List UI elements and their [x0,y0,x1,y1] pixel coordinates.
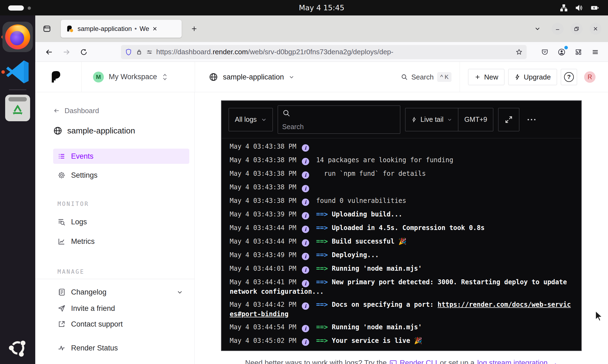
sidebar-item-label: Render Status [71,344,118,352]
log-entry: May 4 03:43:38 PMi14 packages are lookin… [230,156,573,165]
url-bar[interactable]: https://dashboard.render.com/web/srv-d0b… [121,45,527,59]
workspace-name: My Workspace [109,73,157,81]
main-content: All logs Search [195,92,608,364]
sidebar-item-contact[interactable]: Contact support [53,317,189,331]
url-fade [488,48,513,56]
sidebar-service[interactable]: sample-application [53,125,189,137]
tab-close-button[interactable] [150,24,160,34]
sidebar-back-dashboard[interactable]: Dashboard [53,106,189,116]
system-tray[interactable] [560,0,599,15]
globe-icon [209,72,218,82]
lock-icon[interactable] [136,49,143,56]
log-search-input[interactable]: Search [278,106,400,134]
chevron-down-icon [176,289,183,296]
log-search-placeholder: Search [282,123,304,131]
bolt-icon [514,74,520,81]
render-logo[interactable] [49,69,64,85]
log-entry: May 4 03:43:39 PMi==> Uploading build... [230,210,573,219]
system-clock[interactable]: May 4 15:45 [35,0,608,15]
events-list-icon [57,152,66,160]
log-arrow: ==> [316,251,332,259]
dock-trash[interactable] [5,95,30,121]
log-message: Docs on specifying a port: [332,301,437,308]
dock [0,15,35,364]
back-arrow-icon [45,48,53,56]
sidebar-item-settings[interactable]: Settings [53,168,189,183]
timezone-button[interactable]: GMT+9 [458,108,493,131]
live-tail-button[interactable]: Live tail [405,108,458,131]
info-icon: i [302,253,309,260]
workspace-pill[interactable] [8,5,24,11]
search-icon [282,109,290,117]
hamburger-icon [591,48,599,56]
minimize-icon [555,26,560,31]
new-tab-button[interactable] [187,22,201,36]
dock-show-apps[interactable] [6,336,29,359]
menu-button[interactable] [588,45,603,59]
log-arrow: ==> [316,301,332,308]
render-cli-link[interactable]: Render CLI [400,359,437,364]
global-search[interactable]: Search ^ K [401,72,452,82]
pocket-button[interactable] [537,45,552,59]
log-timestamp: May 4 03:43:38 PM [230,143,296,150]
close-window-button[interactable] [590,23,601,35]
expand-logs-button[interactable] [498,108,519,131]
tracking-shield-icon[interactable] [125,48,132,56]
log-entry: May 4 03:45:02 PMi==> Your service is li… [230,336,573,346]
url-domain: render.com [213,48,248,56]
bookmark-star-icon[interactable] [515,48,523,56]
paper-plane-icon [57,304,66,312]
service-selector[interactable]: sample-application [209,62,294,92]
extensions-button[interactable] [571,45,586,59]
chevron-down-icon [261,117,267,122]
workspace-dot[interactable] [28,7,31,10]
dock-vscode[interactable] [4,58,31,85]
footer-arrow[interactable]: → [550,359,558,364]
permissions-icon[interactable] [146,49,153,56]
upgrade-button[interactable]: Upgrade [508,69,557,85]
sidebar-item-metrics[interactable]: Metrics [53,234,189,249]
log-filter-button[interactable]: All logs [229,108,273,131]
search-icon [401,74,408,81]
metrics-chart-icon [57,237,66,245]
new-button[interactable]: New [468,69,504,85]
list-all-tabs-button[interactable] [531,22,544,35]
sidebar-item-label: Logs [71,218,87,226]
reload-button[interactable] [76,45,91,59]
dock-firefox[interactable] [2,22,33,52]
log-entry: May 4 03:43:44 PMi==> Uploaded in 4.5s. … [230,223,573,233]
network-icon [560,4,568,12]
nav-toolbar: https://dashboard.render.com/web/srv-d0b… [35,42,608,62]
workspace-selector[interactable]: M My Workspace [93,72,168,82]
tab-sample-application[interactable]: sample-application • We [61,20,182,38]
firefox-view-button[interactable] [40,21,54,36]
log-stream-integration-link[interactable]: log stream integration [477,359,548,364]
firefox-icon [5,24,30,49]
sidebar-item-changelog[interactable]: Changelog [53,285,189,299]
screen: May 4 15:45 [0,0,608,364]
forward-button[interactable] [59,45,74,59]
info-icon: i [302,239,309,247]
globe-icon [53,126,62,135]
back-button[interactable] [42,45,56,59]
sidebar-item-events[interactable]: Events [53,149,189,164]
close-icon [152,26,158,32]
info-icon: i [302,212,309,219]
battery-icon [590,4,599,12]
help-button[interactable]: ? [561,69,577,85]
live-tail-group: Live tail GMT+9 [405,108,494,131]
account-button[interactable] [554,45,569,59]
sidebar-item-invite[interactable]: Invite a friend [53,301,189,315]
log-message: Running 'node main.mjs' [332,323,422,331]
sidebar-item-logs[interactable]: Logs [53,214,189,229]
sidebar-item-render-status[interactable]: Render Status [53,340,189,356]
minimize-button[interactable] [552,23,564,35]
render-dashboard-page: M My Workspace sample-application [35,62,608,364]
log-entries[interactable]: May 4 03:43:38 PMi May 4 03:43:38 PMi14 … [222,138,581,350]
account-notification-dot [564,46,568,49]
log-more-button[interactable] [524,108,539,131]
sidebar-service-name: sample-application [67,126,135,135]
user-avatar[interactable]: R [584,71,596,83]
info-icon: i [302,266,309,274]
restore-button[interactable] [571,23,583,35]
